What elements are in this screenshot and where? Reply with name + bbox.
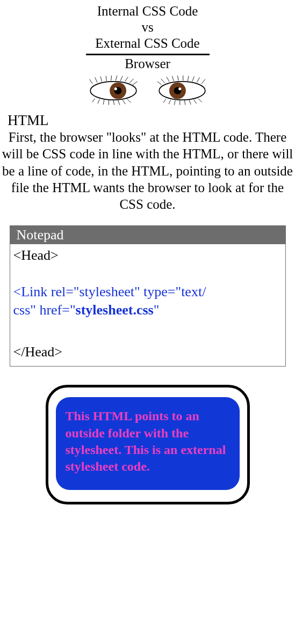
svg-line-43	[198, 99, 202, 103]
svg-line-40	[184, 100, 185, 105]
svg-line-11	[125, 77, 128, 82]
title-line-2: vs	[0, 19, 295, 35]
eyes-illustration	[0, 75, 295, 107]
svg-line-14	[92, 99, 95, 103]
title-line-1: Internal CSS Code	[0, 3, 295, 19]
svg-line-29	[172, 76, 174, 81]
svg-line-8	[111, 76, 111, 80]
svg-line-35	[202, 79, 205, 84]
title-line-3: External CSS Code	[0, 35, 295, 52]
svg-line-28	[166, 77, 169, 82]
code-link-part1: <Link rel="stylesheet" type="text/	[13, 284, 206, 299]
callout-frame: This HTML points to an outside folder wi…	[46, 385, 250, 504]
svg-line-30	[177, 76, 178, 80]
svg-line-19	[118, 100, 119, 105]
explanation-paragraph: First, the browser "looks" at the HTML c…	[0, 129, 295, 213]
callout-box: This HTML points to an outside folder wi…	[56, 397, 240, 490]
code-head-open: <Head>	[13, 246, 282, 265]
code-link-part3: "	[154, 302, 160, 318]
notepad-body: <Head> <Link rel="stylesheet" type="text…	[10, 244, 285, 366]
svg-line-13	[133, 82, 138, 85]
svg-line-5	[95, 77, 97, 82]
code-link-line: <Link rel="stylesheet" type="text/ css" …	[13, 283, 282, 319]
svg-line-16	[103, 100, 104, 105]
svg-line-6	[100, 76, 102, 81]
html-label: HTML	[0, 112, 295, 129]
svg-line-33	[192, 76, 193, 81]
svg-line-36	[163, 99, 166, 103]
code-link-part2: css" href="	[13, 302, 76, 318]
svg-line-26	[157, 82, 161, 85]
svg-line-4	[89, 79, 92, 84]
callout-text: This HTML points to an outside folder wi…	[66, 408, 230, 475]
notepad-window: Notepad <Head> <Link rel="stylesheet" ty…	[10, 225, 286, 367]
svg-line-42	[193, 99, 196, 104]
code-head-close: </Head>	[13, 343, 282, 361]
svg-line-12	[129, 79, 134, 83]
svg-line-15	[97, 99, 99, 104]
notepad-titlebar: Notepad	[10, 226, 285, 244]
svg-line-21	[127, 99, 131, 103]
eye-right-icon	[153, 75, 212, 107]
svg-line-18	[113, 100, 114, 105]
svg-line-37	[169, 100, 170, 104]
code-link-filename: stylesheet.css	[76, 302, 154, 318]
svg-line-34	[197, 77, 199, 82]
svg-line-20	[123, 100, 125, 104]
svg-line-10	[120, 76, 122, 81]
svg-line-41	[189, 100, 190, 105]
page: Internal CSS Code vs External CSS Code B…	[0, 0, 295, 644]
svg-line-32	[188, 76, 189, 81]
svg-point-25	[178, 87, 181, 90]
subtitle: Browser	[0, 56, 295, 71]
svg-line-9	[116, 76, 117, 80]
svg-line-27	[161, 79, 164, 83]
svg-line-7	[106, 76, 106, 81]
title-rule	[86, 54, 210, 55]
svg-point-3	[114, 87, 117, 90]
eye-left-icon	[84, 75, 143, 107]
svg-line-38	[174, 100, 175, 105]
title-block: Internal CSS Code vs External CSS Code B…	[0, 0, 295, 71]
